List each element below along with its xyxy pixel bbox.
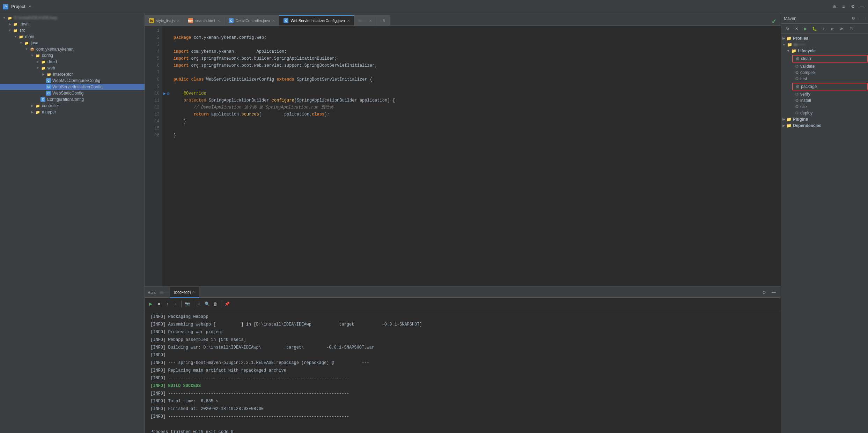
maven-deploy-item[interactable]: ⚙ deploy [792,110,868,116]
camera-btn[interactable]: 📷 [183,300,191,308]
maven-add-btn[interactable]: + [820,25,827,32]
tree-config[interactable]: ▼ 📁 config [0,52,145,59]
filter-btn[interactable]: 🔍 [203,300,211,308]
stop-btn[interactable]: ■ [155,300,163,308]
bottom-tab-package-close[interactable]: ✕ [192,290,195,294]
tree-druid[interactable]: ▶ 📁 druid [0,59,145,65]
maven-header: Maven ⚙ — [781,13,868,24]
tree-package-root[interactable]: ▼ 📦 com.ykenan.ykenan [0,46,145,52]
maven-minimize-btn[interactable]: — [858,15,865,22]
tree-webservlet[interactable]: C WebServletInitializerConfig [0,84,145,90]
maven-settings-btn[interactable]: ⚙ [850,15,857,22]
tree-interceptor[interactable]: ▶ 📁 interceptor [0,71,145,77]
maven-lifecycle-section[interactable]: ▼ 📁 Lifecycle [785,48,868,54]
maven-run-btn[interactable]: ▶ [802,25,809,32]
maven-dependencies-section[interactable]: ▶ 📁 Dependencies [781,122,868,129]
maven-blurred-section[interactable]: ▼ 📁 m······· [781,42,868,48]
maven-package-item[interactable]: ⚙ package [792,83,868,90]
maven-profiles-section[interactable]: ▶ 📁 Profiles [781,35,868,42]
maven-site-item[interactable]: ⚙ site [792,104,868,110]
tree-src[interactable]: ▼ 📁 src [0,27,145,33]
tree-main[interactable]: ▼ 📁 main [0,33,145,40]
log-line-5: [INFO] Building war: D:\install\IDEA\IDE… [150,344,775,351]
run-tab-blurred: m····· [159,290,170,294]
tree-webstatic[interactable]: C WebStaticConfig [0,90,145,96]
top-bar: P Project ▼ ⊕ ≡ ⚙ — [0,0,868,13]
bottom-right-buttons: ⚙ — [760,288,781,297]
tab-style-list-close[interactable]: ✕ [177,19,179,23]
tree-java[interactable]: ▼ 📁 java [0,40,145,46]
config-label: config [42,53,53,58]
trash-btn[interactable]: 🗑 [211,300,220,308]
tab-detail[interactable]: C DetailController.java ✕ [225,15,279,25]
tab-blurred[interactable]: m····· ✕ [354,15,376,25]
maven-debug-btn[interactable]: 🐛 [811,25,818,32]
run-log-content[interactable]: [INFO] Packaging webapp [INFO] Assemblin… [145,310,781,433]
log-line-8: [INFO] Replacing main artifact with repa… [150,367,775,374]
maven-title: Maven [784,16,796,21]
log-line-13: [INFO] Finished at: 2020-02-18T19:28:03+… [150,405,775,413]
pin-btn[interactable]: 📌 [223,300,231,308]
webmvc-java-icon: C [46,78,51,83]
scroll-up-btn[interactable]: ↑ [163,300,171,308]
deps-label: Dependencies [793,123,821,128]
tab-search[interactable]: htm search.html ✕ [184,15,225,25]
maven-clean-btn[interactable]: ✕ [793,25,800,32]
maven-install-item[interactable]: ⚙ install [792,97,868,104]
config-folder-icon: 📁 [35,53,41,58]
deps-arrow: ▶ [782,124,785,127]
run-icon[interactable]: ▶ [163,92,166,95]
tree-web[interactable]: ▼ 📁 web [0,65,145,71]
lifecycle-container: ▼ 📁 Lifecycle ⚙ clean ⚙ validat [785,48,868,116]
tab-webservlet-close[interactable]: ✕ [347,19,350,23]
profiles-arrow: ▶ [782,37,785,40]
maven-more-btn[interactable]: ≫ [838,25,845,32]
run-btn[interactable]: ▶ [146,300,155,308]
check-mark: ✓ [771,18,777,25]
minimize-bottom-btn[interactable]: — [770,288,778,297]
tree-root[interactable]: ▼ 📁 D:\install\IDEA\IDEAwp [0,15,145,21]
install-label: install [800,98,811,103]
maven-compile-item[interactable]: ⚙ compile [792,69,868,76]
detail-java-icon: C [229,18,234,23]
tree-mvn[interactable]: ▶ 📁 .mvn [0,21,145,27]
maven-clean-item[interactable]: ⚙ clean [792,55,868,62]
maven-verify-item[interactable]: ⚙ verify [792,91,868,97]
compile-label: compile [800,70,815,75]
project-dropdown-icon[interactable]: ▼ [28,5,32,8]
bottom-panel: Run: m····· [package] ✕ ⚙ — ▶ ■ ↑ [145,286,781,433]
code-content[interactable]: package com.ykenan.ykenan.config.web; im… [171,26,781,286]
tree-configconfig[interactable]: C ConfigurationConfig [0,96,145,103]
maven-collapse-btn[interactable]: ⊟ [847,25,854,32]
crosshair-icon[interactable]: ⊕ [831,3,838,10]
maven-skip-btn[interactable]: m [829,25,836,32]
tab-blurred-close[interactable]: ✕ [369,19,372,23]
bottom-tab-package[interactable]: [package] ✕ [170,287,200,298]
tab-webservlet[interactable]: C WebServletInitializerConfig.java ✕ [279,15,354,25]
settings-bottom-btn[interactable]: ⚙ [760,288,768,297]
bookmark-icon[interactable]: @ [167,92,170,95]
filter-icon[interactable]: ≡ [840,3,847,10]
tab-detail-close[interactable]: ✕ [272,19,275,23]
tree-webmvc[interactable]: C WebMvcConfigurerConfig [0,77,145,84]
settings-icon[interactable]: ⚙ [849,3,856,10]
file-tree-sidebar: ▼ 📁 D:\install\IDEA\IDEAwp ▶ 📁 .mvn ▼ 📁 [0,13,145,433]
tree-controller[interactable]: ▶ 📁 controller [0,103,145,109]
maven-test-item[interactable]: ⚙ test [792,76,868,82]
webservlet-label: WebServletInitializerConfig [52,84,103,89]
minimize-icon[interactable]: — [858,3,865,10]
maven-validate-item[interactable]: ⚙ validate [792,63,868,69]
scroll-down-btn[interactable]: ↓ [171,300,180,308]
wrap-btn[interactable]: ≡ [194,300,203,308]
maven-refresh-btn[interactable]: ↻ [784,25,791,32]
maven-panel: Maven ⚙ — ↻ ✕ ▶ 🐛 + m ≫ ⊟ ▶ [781,13,868,433]
tab-counter-label: =5 [381,18,385,23]
tab-counter[interactable]: =5 [376,15,390,25]
tab-webservlet-label: WebServletInitializerConfig.java [290,18,345,23]
webservlet-java-icon: C [46,84,51,89]
tab-search-close[interactable]: ✕ [217,19,220,23]
maven-plugins-section[interactable]: ▶ 📁 Plugins [781,116,868,122]
plugins-label: Plugins [793,117,808,122]
tree-mapper[interactable]: ▶ 📁 mapper [0,109,145,115]
tab-style-list[interactable]: js style_list.js ✕ [145,15,184,25]
